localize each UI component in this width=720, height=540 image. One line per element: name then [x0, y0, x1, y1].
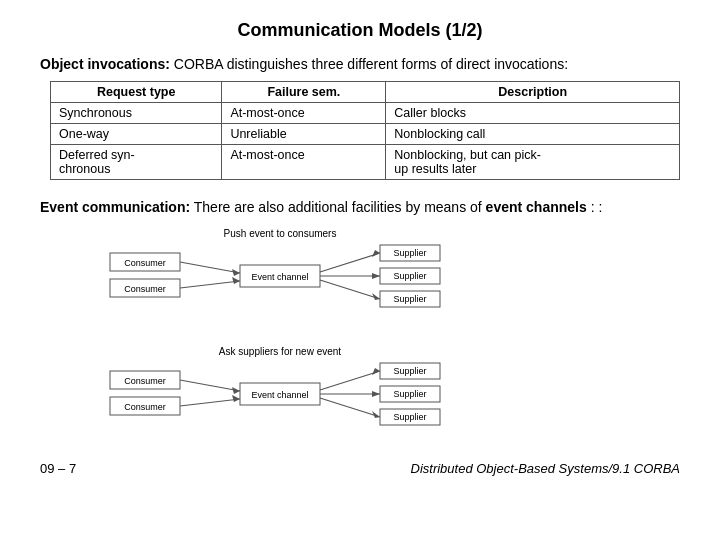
- col-header-1: Failure sem.: [222, 81, 386, 102]
- svg-text:Supplier: Supplier: [393, 366, 426, 376]
- svg-line-34: [320, 371, 380, 390]
- page-title: Communication Models (1/2): [40, 20, 680, 41]
- cell-2-0: Deferred syn-chronous: [51, 144, 222, 179]
- event-label-bold: Event communication:: [40, 199, 190, 215]
- cell-1-2: Nonblocking call: [386, 123, 680, 144]
- event-section-heading: Event communication: There are also addi…: [40, 198, 680, 218]
- svg-marker-35: [372, 368, 380, 375]
- event-section: Event communication: There are also addi…: [40, 198, 680, 454]
- svg-text:Consumer: Consumer: [124, 376, 166, 386]
- svg-text:Consumer: Consumer: [124, 402, 166, 412]
- object-label-bold: Object invocations:: [40, 56, 170, 72]
- cell-0-0: Synchronous: [51, 102, 222, 123]
- svg-text:Supplier: Supplier: [393, 271, 426, 281]
- svg-line-5: [180, 262, 240, 273]
- invocation-table: Request type Failure sem. Description Sy…: [50, 81, 680, 180]
- push-diagram: Push event to consumers Consumer Consume…: [80, 225, 640, 335]
- cell-0-1: At-most-once: [222, 102, 386, 123]
- svg-text:Supplier: Supplier: [393, 389, 426, 399]
- svg-marker-8: [232, 277, 240, 284]
- event-label-text2: : :: [591, 199, 603, 215]
- event-label-bold2: event channels: [486, 199, 587, 215]
- svg-line-7: [180, 281, 240, 288]
- col-header-2: Description: [386, 81, 680, 102]
- diagrams-container: Push event to consumers Consumer Consume…: [40, 225, 680, 453]
- svg-marker-12: [372, 250, 380, 257]
- svg-text:Supplier: Supplier: [393, 248, 426, 258]
- table-row: Deferred syn-chronous At-most-once Nonbl…: [51, 144, 680, 179]
- footer: 09 – 7 Distributed Object-Based Systems/…: [40, 461, 680, 476]
- cell-0-2: Caller blocks: [386, 102, 680, 123]
- page: Communication Models (1/2) Object invoca…: [0, 0, 720, 540]
- svg-text:Push event to consumers: Push event to consumers: [224, 228, 337, 239]
- svg-line-38: [320, 398, 380, 417]
- cell-2-1: At-most-once: [222, 144, 386, 179]
- svg-marker-14: [372, 273, 380, 279]
- svg-line-28: [180, 380, 240, 391]
- svg-text:Supplier: Supplier: [393, 412, 426, 422]
- svg-marker-29: [232, 387, 240, 394]
- svg-marker-37: [372, 391, 380, 397]
- svg-text:Consumer: Consumer: [124, 284, 166, 294]
- svg-text:Ask suppliers for new event: Ask suppliers for new event: [219, 346, 342, 357]
- cell-1-0: One-way: [51, 123, 222, 144]
- course-title: Distributed Object-Based Systems/9.1 COR…: [411, 461, 681, 476]
- svg-line-11: [320, 253, 380, 272]
- event-label-text: There are also additional facilities by …: [194, 199, 486, 215]
- svg-text:Event channel: Event channel: [251, 390, 308, 400]
- cell-2-2: Nonblocking, but can pick-up results lat…: [386, 144, 680, 179]
- svg-marker-6: [232, 269, 240, 276]
- object-label-text: CORBA distinguishes three different form…: [170, 56, 568, 72]
- svg-text:Consumer: Consumer: [124, 258, 166, 268]
- svg-line-15: [320, 280, 380, 299]
- table-row: One-way Unreliable Nonblocking call: [51, 123, 680, 144]
- table-row: Synchronous At-most-once Caller blocks: [51, 102, 680, 123]
- svg-marker-31: [232, 395, 240, 402]
- object-section-heading: Object invocations: CORBA distinguishes …: [40, 55, 680, 75]
- slide-number: 09 – 7: [40, 461, 76, 476]
- pull-diagram: Ask suppliers for new event Consumer Con…: [80, 343, 640, 453]
- svg-line-30: [180, 399, 240, 406]
- svg-text:Event channel: Event channel: [251, 272, 308, 282]
- svg-text:Supplier: Supplier: [393, 294, 426, 304]
- col-header-0: Request type: [51, 81, 222, 102]
- cell-1-1: Unreliable: [222, 123, 386, 144]
